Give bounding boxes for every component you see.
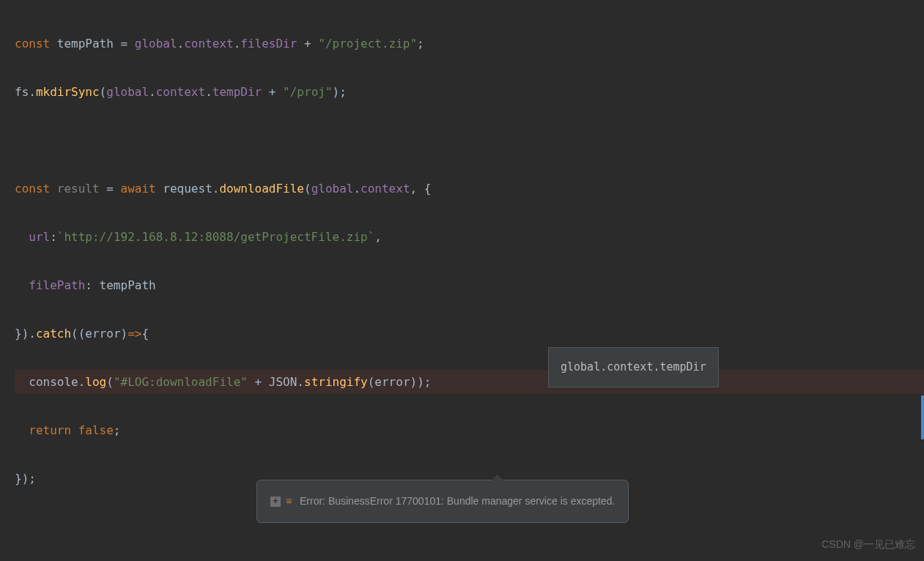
code-line[interactable] xyxy=(15,128,924,152)
scrollbar-marker[interactable] xyxy=(921,395,924,439)
code-line[interactable]: url:`http://192.168.8.12:8088/getProject… xyxy=(15,225,924,249)
tooltip-text: global.context.tempDir xyxy=(561,360,706,374)
code-line[interactable]: }).catch((error)=>{ xyxy=(15,322,924,346)
code-line[interactable]: fs.mkdirSync(global.context.tempDir + "/… xyxy=(15,80,924,104)
error-tooltip[interactable]: + ≡ Error: BusinessError 17700101: Bundl… xyxy=(256,480,629,523)
plus-icon[interactable]: + xyxy=(270,497,281,507)
code-line[interactable]: filePath: tempPath xyxy=(15,273,924,297)
list-icon[interactable]: ≡ xyxy=(284,497,294,507)
code-line[interactable]: const tempPath = global.context.filesDir… xyxy=(15,31,924,56)
code-line[interactable]: const result = await request.downloadFil… xyxy=(15,177,924,201)
code-line[interactable]: console.log("#LOG:downloadFile" + JSON.s… xyxy=(15,370,924,394)
watermark: CSDN @一见已难忘 xyxy=(821,532,915,557)
code-editor[interactable]: const tempPath = global.context.filesDir… xyxy=(0,0,924,561)
tooltip-icons: + ≡ xyxy=(270,497,294,507)
error-tooltip-text: Error: BusinessError 17700101: Bundle ma… xyxy=(300,489,615,513)
code-line[interactable]: return false; xyxy=(15,418,924,442)
hover-tooltip: global.context.tempDir xyxy=(548,347,719,387)
